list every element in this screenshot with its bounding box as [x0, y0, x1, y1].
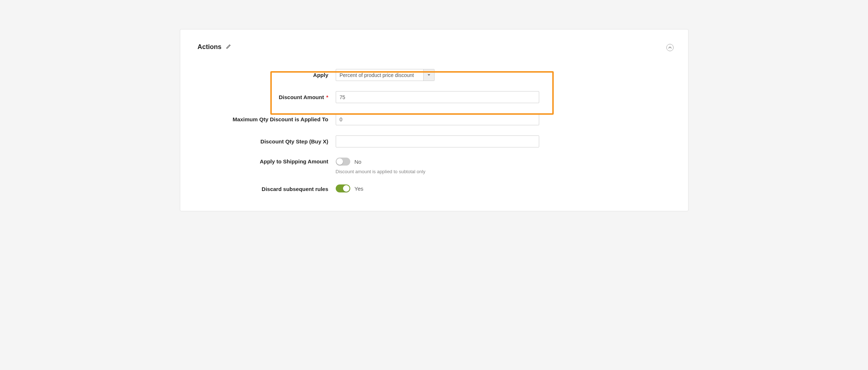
discard-subsequent-toggle[interactable]: [336, 184, 350, 192]
dropdown-icon: [423, 69, 434, 81]
label-discount-amount: Discount Amount*: [198, 94, 336, 100]
max-qty-input[interactable]: [336, 113, 539, 125]
label-apply: Apply: [198, 72, 336, 78]
label-max-qty: Maximum Qty Discount is Applied To: [198, 116, 336, 122]
row-discard-subsequent: Discard subsequent rules Yes: [198, 184, 671, 194]
row-max-qty: Maximum Qty Discount is Applied To: [198, 113, 671, 125]
apply-select[interactable]: Percent of product price discount: [336, 69, 435, 81]
apply-shipping-value: No: [355, 159, 362, 165]
label-qty-step: Discount Qty Step (Buy X): [198, 138, 336, 145]
collapse-button[interactable]: [666, 44, 674, 51]
row-discount-amount: Discount Amount*: [198, 91, 671, 103]
qty-step-input[interactable]: [336, 135, 539, 147]
required-indicator: *: [326, 94, 328, 100]
panel-title: Actions: [198, 43, 222, 51]
apply-shipping-help: Discount amount is applied to subtotal o…: [336, 169, 539, 174]
actions-panel: Actions Apply Percent of product price d…: [180, 29, 689, 211]
label-apply-shipping: Apply to Shipping Amount: [198, 158, 336, 164]
row-qty-step: Discount Qty Step (Buy X): [198, 135, 671, 147]
apply-select-value: Percent of product price discount: [336, 69, 423, 81]
form-rows: Apply Percent of product price discount …: [198, 69, 671, 194]
row-apply: Apply Percent of product price discount: [198, 69, 671, 81]
apply-shipping-toggle[interactable]: [336, 158, 350, 166]
label-discard-subsequent: Discard subsequent rules: [198, 186, 336, 192]
panel-header: Actions: [198, 43, 671, 51]
row-apply-shipping: Apply to Shipping Amount No Discount amo…: [198, 158, 671, 174]
edit-icon[interactable]: [226, 44, 231, 50]
discard-subsequent-value: Yes: [355, 186, 363, 192]
discount-amount-input[interactable]: [336, 91, 539, 103]
